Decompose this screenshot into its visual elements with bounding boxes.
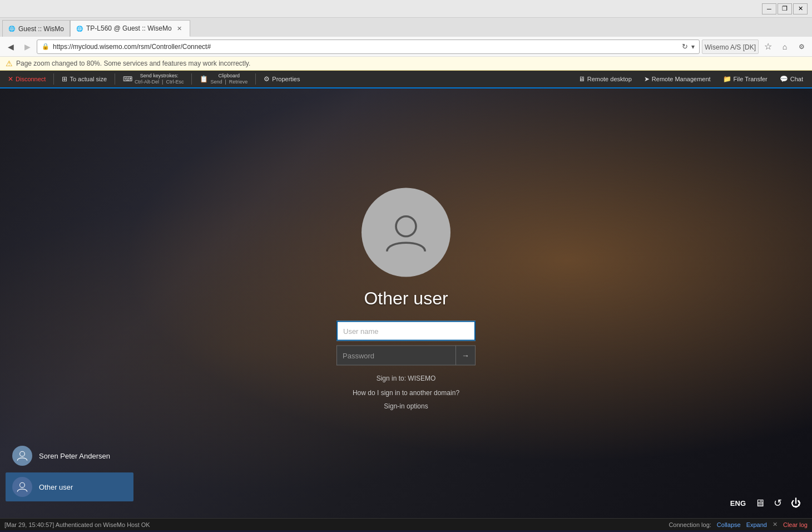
system-icons: ENG 🖥 ↺ ⏻ — [730, 497, 801, 509]
user-icon-other — [16, 481, 28, 493]
toolbar-separator-2 — [115, 73, 115, 85]
clear-log-link[interactable]: Clear log — [783, 521, 808, 528]
collapse-link[interactable]: Collapse — [717, 521, 741, 528]
user-item-other[interactable]: Other user — [6, 472, 133, 501]
user-item-soren[interactable]: Soren Peter Andersen — [6, 441, 133, 470]
clipboard-button[interactable]: 📋 Clipboard Send | Retrieve — [195, 72, 252, 86]
svg-point-0 — [396, 216, 416, 237]
clipboard-icon: 📋 — [200, 75, 208, 83]
network-icon[interactable]: 🖥 — [755, 497, 765, 509]
password-row: → — [336, 346, 476, 366]
user-icon-soren — [16, 450, 28, 462]
status-text: [Mar 29, 15:40:57] Authenticated on Wise… — [4, 521, 150, 528]
remote-desktop-button[interactable]: 🖥 Remote desktop — [573, 72, 637, 86]
address-bar-row: ◀ ▶ 🔒 https://mycloud.wisemo.com/rsm/Con… — [0, 37, 812, 57]
status-bar: [Mar 29, 15:40:57] Authenticated on Wise… — [0, 518, 812, 530]
domain-help-link[interactable]: How do I sign in to another domain? — [353, 389, 459, 397]
settings-button[interactable]: ⚙ — [794, 40, 809, 54]
tab-favicon-tp: 🌐 — [76, 26, 83, 32]
expand-link[interactable]: Expand — [746, 521, 767, 528]
lock-icon: 🔒 — [42, 43, 49, 50]
star-button[interactable]: ☆ — [761, 40, 775, 54]
tab-close-tp[interactable]: ✕ — [175, 24, 184, 33]
user-name-other: Other user — [39, 483, 73, 491]
restore-button[interactable]: ❐ — [778, 3, 792, 14]
toolbar-separator-3 — [191, 73, 192, 85]
remote-area: Other user → Sign in to: WISEMO How do I… — [0, 88, 812, 518]
properties-icon: ⚙ — [264, 75, 270, 83]
minimize-button[interactable]: ─ — [762, 3, 776, 14]
forward-button[interactable]: ▶ — [20, 40, 34, 54]
actual-size-button[interactable]: ⊞ To actual size — [57, 72, 111, 86]
toolbar-right: 🖥 Remote desktop ➤ Remote Management 📁 F… — [573, 72, 809, 86]
back-button[interactable]: ◀ — [3, 40, 18, 54]
user-avatar — [362, 188, 450, 277]
file-transfer-icon: 📁 — [723, 75, 731, 83]
title-bar: ─ ❐ ✕ — [0, 0, 812, 18]
status-separator: ✕ — [773, 521, 778, 528]
tab-label-guest: Guest :: WisMo — [18, 25, 64, 33]
remote-toolbar: ✕ Disconnect ⊞ To actual size ⌨ Send key… — [0, 71, 812, 88]
address-bar[interactable]: 🔒 https://mycloud.wisemo.com/rsm/Control… — [37, 40, 700, 54]
language-label: ENG — [730, 499, 746, 508]
chat-icon: 💬 — [780, 75, 788, 83]
actual-size-icon: ⊞ — [62, 75, 67, 83]
password-input[interactable] — [336, 346, 455, 366]
tab-favicon-guest: 🌐 — [8, 26, 15, 32]
refresh-icon[interactable]: ↻ — [682, 42, 688, 51]
chat-button[interactable]: 💬 Chat — [774, 72, 809, 86]
login-username: Other user — [364, 288, 448, 309]
home-button[interactable]: ⌂ — [778, 40, 792, 54]
connection-log-label: Connection log: — [669, 521, 711, 528]
user-avatar-soren — [12, 446, 32, 466]
tab-tp[interactable]: 🌐 TP-L560 @ Guest :: WiseMo ✕ — [70, 20, 190, 37]
warning-icon: ⚠ — [6, 59, 13, 68]
disconnect-button[interactable]: ✕ Disconnect — [3, 72, 50, 86]
remote-management-button[interactable]: ➤ Remote Management — [638, 72, 716, 86]
search-dropdown-icon[interactable]: ▾ — [691, 43, 695, 51]
power-icon[interactable]: ⏻ — [791, 497, 801, 509]
sign-in-domain: Sign in to: WISEMO — [377, 375, 436, 382]
window-controls[interactable]: ─ ❐ ✕ — [762, 3, 808, 14]
sign-in-options-link[interactable]: Sign-in options — [384, 402, 428, 410]
site-label: Wisemo A/S [DK] — [702, 40, 759, 54]
svg-point-1 — [20, 451, 25, 456]
status-message: [Mar 29, 15:40:57] Authenticated on Wise… — [4, 521, 669, 528]
warning-bar: ⚠ Page zoom changed to 80%. Some service… — [0, 57, 812, 71]
status-right: Connection log: Collapse Expand ✕ Clear … — [669, 521, 808, 528]
remote-management-icon: ➤ — [644, 75, 650, 83]
tab-bar: 🌐 Guest :: WisMo 🌐 TP-L560 @ Guest :: Wi… — [0, 18, 812, 37]
remote-desktop-icon: 🖥 — [578, 75, 585, 83]
user-name-soren: Soren Peter Andersen — [39, 452, 110, 460]
svg-point-2 — [20, 482, 25, 487]
keyboard-button[interactable]: ⌨ Send keystrokes: Ctrl-Alt-Del | Ctrl-E… — [118, 72, 188, 86]
user-avatar-svg — [381, 208, 431, 258]
clock-icon[interactable]: ↺ — [774, 497, 782, 509]
user-switcher: Soren Peter Andersen Other user — [6, 441, 133, 501]
username-input[interactable] — [336, 321, 476, 341]
close-button[interactable]: ✕ — [793, 3, 808, 14]
toolbar-separator-4 — [255, 73, 256, 85]
address-text: https://mycloud.wisemo.com/rsm/Controlle… — [53, 43, 679, 51]
toolbar-separator-1 — [53, 73, 54, 85]
disconnect-icon: ✕ — [8, 75, 13, 83]
warning-text: Page zoom changed to 80%. Some services … — [16, 60, 250, 67]
password-submit-button[interactable]: → — [455, 346, 476, 366]
keyboard-icon: ⌨ — [123, 75, 132, 83]
user-avatar-other — [12, 477, 32, 497]
tab-label-tp: TP-L560 @ Guest :: WiseMo — [86, 24, 172, 32]
properties-button[interactable]: ⚙ Properties — [259, 72, 304, 86]
login-container: Other user → Sign in to: WISEMO How do I… — [336, 188, 476, 410]
file-transfer-button[interactable]: 📁 File Transfer — [717, 72, 773, 86]
tab-guest[interactable]: 🌐 Guest :: WisMo — [2, 20, 70, 37]
